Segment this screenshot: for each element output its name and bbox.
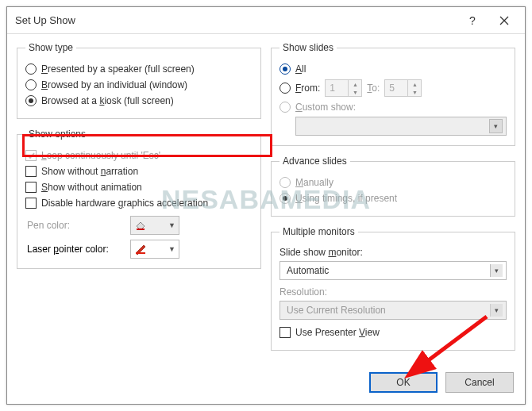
dialog-footer: OK Cancel bbox=[7, 364, 525, 404]
check-no-narration[interactable]: Show without narration bbox=[25, 163, 253, 179]
laser-color-label: Laser pointer color: bbox=[27, 244, 122, 255]
check-label: Use Presenter View bbox=[295, 327, 380, 338]
checkbox-icon bbox=[25, 166, 37, 177]
checkbox-icon bbox=[279, 327, 291, 338]
radio-label: Using timings, if present bbox=[295, 193, 397, 204]
to-spinner[interactable]: 5 ▲▼ bbox=[384, 79, 422, 97]
titlebar: Set Up Show ? bbox=[7, 7, 525, 34]
laser-color-row: Laser pointer color: ▼ bbox=[25, 235, 253, 259]
check-disable-hw-graphics[interactable]: Disable hardware graphics acceleration bbox=[25, 195, 253, 211]
radio-icon bbox=[25, 95, 37, 106]
from-spinner[interactable]: 1 ▲▼ bbox=[325, 79, 362, 97]
radio-icon bbox=[279, 177, 291, 188]
show-options-group: Show options Loop continuously until 'Es… bbox=[17, 129, 261, 269]
check-label: Loop continuously until 'Esc' bbox=[41, 150, 160, 161]
radio-label: Custom show: bbox=[295, 102, 356, 113]
radio-advance-manual: Manually bbox=[279, 175, 507, 190]
radio-label: Browsed at a kiosk (full screen) bbox=[41, 95, 174, 106]
radio-icon bbox=[279, 83, 291, 94]
dialog-body: Show type Presented by a speaker (full s… bbox=[7, 34, 525, 364]
chevron-down-icon: ▾ bbox=[489, 119, 503, 133]
chevron-down-icon: ▼ bbox=[349, 88, 361, 96]
close-icon bbox=[499, 16, 509, 25]
resolution-label: Resolution: bbox=[279, 286, 507, 298]
radio-icon bbox=[279, 102, 291, 113]
chevron-down-icon: ▾ bbox=[490, 264, 503, 277]
radio-browsed-kiosk[interactable]: Browsed at a kiosk (full screen) bbox=[25, 93, 253, 109]
radio-presented-speaker[interactable]: Presented by a speaker (full screen) bbox=[25, 61, 253, 77]
check-label: Disable hardware graphics acceleration bbox=[41, 198, 208, 209]
radio-custom-show: Custom show: bbox=[279, 99, 507, 115]
radio-browsed-individual[interactable]: Browsed by an individual (window) bbox=[25, 77, 253, 93]
radio-icon bbox=[279, 63, 291, 75]
svg-rect-0 bbox=[137, 229, 145, 230]
from-value: 1 bbox=[326, 83, 348, 94]
advance-slides-legend: Advance slides bbox=[279, 156, 350, 167]
multiple-monitors-group: Multiple monitors Slide show monitor: Au… bbox=[271, 226, 515, 351]
radio-label: Manually bbox=[295, 177, 333, 188]
help-button[interactable]: ? bbox=[457, 10, 488, 32]
radio-icon bbox=[279, 193, 291, 204]
monitor-value: Automatic bbox=[283, 265, 487, 276]
dialog-title: Set Up Show bbox=[15, 14, 457, 26]
pen-color-label: Pen color: bbox=[27, 220, 122, 231]
radio-from-to[interactable]: From: 1 ▲▼ To: 5 ▲▼ bbox=[279, 77, 507, 99]
radio-label: Browsed by an individual (window) bbox=[41, 79, 187, 90]
paint-bucket-icon bbox=[134, 220, 148, 231]
cancel-label: Cancel bbox=[465, 377, 494, 388]
to-label: To: bbox=[367, 83, 380, 94]
radio-icon bbox=[25, 79, 37, 90]
check-no-animation[interactable]: Show without animation bbox=[25, 179, 253, 195]
right-column: Show slides All From: 1 ▲▼ To: 5 ▲▼ bbox=[271, 37, 515, 356]
check-presenter-view[interactable]: Use Presenter View bbox=[279, 325, 507, 340]
show-slides-legend: Show slides bbox=[279, 42, 337, 53]
show-options-legend: Show options bbox=[25, 129, 89, 140]
chevron-down-icon: ▼ bbox=[168, 245, 175, 253]
monitor-select[interactable]: Automatic ▾ bbox=[279, 261, 507, 280]
cancel-button[interactable]: Cancel bbox=[445, 372, 514, 393]
spinner-buttons[interactable]: ▲▼ bbox=[348, 80, 361, 96]
checkbox-icon bbox=[25, 198, 37, 209]
chevron-down-icon: ▾ bbox=[490, 304, 503, 317]
pen-icon bbox=[134, 244, 148, 255]
svg-rect-1 bbox=[136, 252, 145, 254]
chevron-up-icon: ▲ bbox=[349, 80, 361, 88]
monitor-label: Slide show monitor: bbox=[279, 247, 507, 258]
check-loop-esc: Loop continuously until 'Esc' bbox=[25, 148, 253, 163]
multiple-monitors-legend: Multiple monitors bbox=[279, 226, 358, 237]
radio-label: All bbox=[295, 63, 306, 75]
advance-slides-group: Advance slides Manually Using timings, i… bbox=[271, 156, 515, 217]
chevron-down-icon: ▼ bbox=[408, 88, 421, 96]
chevron-down-icon: ▼ bbox=[168, 221, 175, 229]
show-type-legend: Show type bbox=[25, 42, 76, 53]
check-label: Show without narration bbox=[41, 166, 138, 177]
pen-color-row: Pen color: ▼ bbox=[25, 211, 253, 235]
chevron-up-icon: ▲ bbox=[408, 80, 421, 88]
radio-label: Presented by a speaker (full screen) bbox=[41, 63, 195, 75]
resolution-select: Use Current Resolution ▾ bbox=[279, 301, 507, 320]
show-slides-group: Show slides All From: 1 ▲▼ To: 5 ▲▼ bbox=[271, 42, 515, 146]
show-type-group: Show type Presented by a speaker (full s… bbox=[17, 42, 261, 119]
checkbox-icon bbox=[25, 150, 37, 161]
left-column: Show type Presented by a speaker (full s… bbox=[17, 37, 261, 356]
check-label: Show without animation bbox=[41, 182, 142, 193]
resolution-value: Use Current Resolution bbox=[283, 305, 487, 316]
ok-label: OK bbox=[396, 377, 410, 388]
checkbox-icon bbox=[25, 182, 37, 193]
to-value: 5 bbox=[385, 83, 407, 94]
radio-icon bbox=[25, 63, 37, 75]
dialog-window: Set Up Show ? Show type Presented by a s… bbox=[6, 6, 526, 405]
close-button[interactable] bbox=[488, 10, 520, 32]
radio-all-slides[interactable]: All bbox=[279, 61, 507, 77]
custom-show-select: ▾ bbox=[295, 117, 507, 136]
from-label: From: bbox=[295, 83, 320, 94]
ok-button[interactable]: OK bbox=[369, 372, 438, 393]
pen-color-picker[interactable]: ▼ bbox=[130, 216, 179, 235]
radio-advance-timings: Using timings, if present bbox=[279, 190, 507, 206]
laser-color-picker[interactable]: ▼ bbox=[130, 240, 179, 259]
spinner-buttons[interactable]: ▲▼ bbox=[407, 80, 421, 96]
